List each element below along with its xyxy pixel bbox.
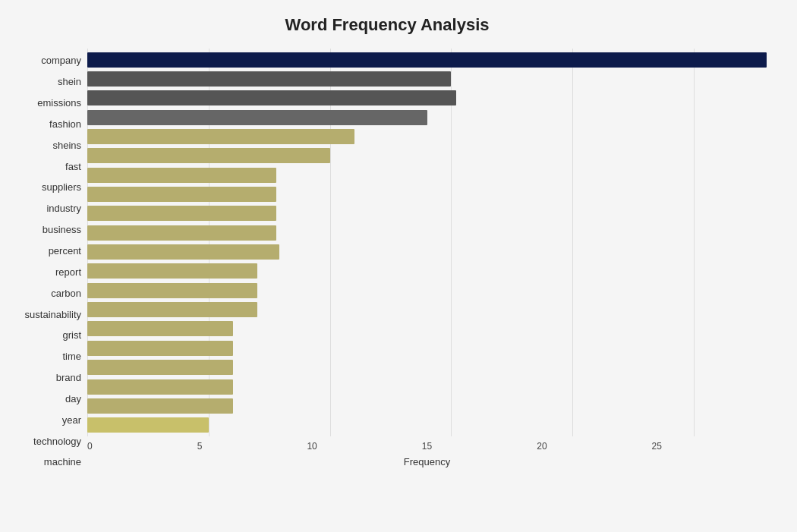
bar	[87, 225, 276, 241]
x-tick: 5	[197, 441, 203, 452]
bar	[87, 187, 276, 202]
bar	[87, 341, 233, 356]
y-label: company	[41, 50, 81, 71]
y-label: day	[65, 389, 81, 410]
bar-row	[87, 50, 767, 69]
y-label: technology	[33, 430, 81, 452]
y-label: emissions	[37, 93, 81, 114]
x-tick: 20	[537, 441, 547, 452]
bar	[87, 148, 330, 163]
bars-area	[87, 49, 767, 436]
y-label: carbon	[51, 282, 81, 304]
bar	[87, 321, 233, 336]
bar-row	[87, 204, 767, 223]
bar-row	[87, 127, 767, 146]
y-label: sheins	[52, 134, 81, 156]
x-tick: 0	[87, 441, 93, 452]
bar-row	[87, 358, 767, 377]
bar	[87, 168, 276, 183]
bar-row	[87, 165, 767, 184]
chart-area: companysheinemissionsfashionsheinsfastsu…	[8, 49, 767, 474]
y-label: business	[43, 219, 81, 241]
bar-row	[87, 184, 767, 203]
bar-row	[87, 396, 767, 415]
y-label: grist	[62, 325, 81, 346]
bar	[87, 379, 233, 395]
y-label: sustainability	[25, 304, 81, 325]
bar-row	[87, 281, 767, 300]
y-label: year	[62, 409, 81, 430]
bar-row	[87, 89, 767, 108]
y-label: fast	[65, 156, 81, 177]
y-label: shein	[58, 71, 81, 93]
bar-row	[87, 320, 767, 338]
bar-row	[87, 338, 767, 357]
bars-list	[87, 49, 767, 436]
bar	[87, 52, 767, 68]
bar-row	[87, 108, 767, 127]
chart-container: Word Frequency Analysis companysheinemis…	[0, 0, 797, 532]
bars-and-x: 0510152025 Frequency	[87, 49, 767, 474]
bar	[87, 398, 233, 414]
bar	[87, 417, 209, 433]
x-tick: 25	[652, 441, 662, 452]
bar	[87, 110, 427, 125]
bar-row	[87, 242, 767, 261]
x-tick: 10	[307, 441, 317, 452]
y-label: time	[62, 346, 81, 367]
bar	[87, 129, 354, 144]
y-label: fashion	[49, 114, 81, 135]
y-label: industry	[46, 198, 81, 219]
y-label: report	[55, 261, 81, 282]
bar	[87, 90, 456, 105]
bar-row	[87, 300, 767, 319]
bar-row	[87, 262, 767, 281]
y-label: suppliers	[42, 177, 81, 198]
x-tick: 15	[422, 441, 432, 452]
chart-title: Word Frequency Analysis	[8, 15, 767, 35]
bar	[87, 302, 257, 317]
bar	[87, 283, 257, 298]
bar	[87, 244, 279, 260]
x-axis-label: Frequency	[87, 456, 767, 467]
bar-row	[87, 416, 767, 435]
bar-row	[87, 146, 767, 165]
bar	[87, 263, 257, 279]
y-label: percent	[49, 241, 81, 262]
x-axis: 0510152025 Frequency	[87, 436, 767, 474]
bar-row	[87, 377, 767, 396]
bar-row	[87, 69, 767, 88]
bar-row	[87, 223, 767, 242]
bar	[87, 71, 451, 87]
y-label: brand	[56, 367, 81, 389]
bar	[87, 360, 233, 375]
y-axis: companysheinemissionsfashionsheinsfastsu…	[8, 49, 87, 474]
y-label: machine	[44, 452, 81, 473]
bar	[87, 206, 276, 221]
x-ticks: 0510152025	[87, 436, 767, 452]
